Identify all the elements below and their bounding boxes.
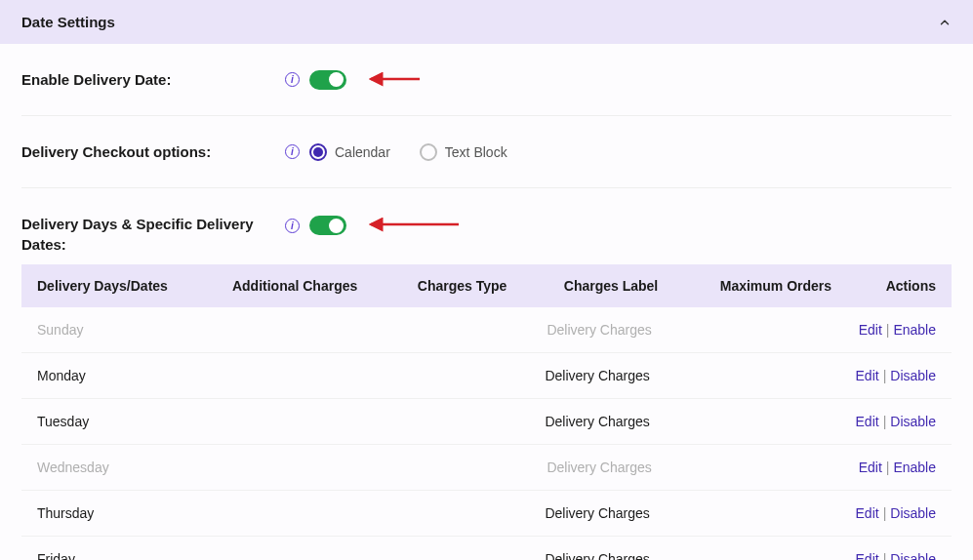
cell-type <box>404 414 546 429</box>
separator: | <box>883 414 887 429</box>
cell-max <box>696 414 856 429</box>
cell-charges-label: Delivery Charges <box>547 322 698 338</box>
cell-actions: Edit|Disable <box>856 505 936 521</box>
cell-actions: Edit|Disable <box>856 551 936 560</box>
table-row: FridayDelivery ChargesEdit|Disable <box>21 537 952 560</box>
info-icon[interactable]: i <box>285 72 300 87</box>
col-actions: Actions <box>886 278 936 294</box>
col-additional: Additional Charges <box>232 278 418 294</box>
radio-circle-icon <box>420 143 437 161</box>
separator: | <box>886 460 890 475</box>
edit-link[interactable]: Edit <box>859 460 882 475</box>
toggle-link[interactable]: Enable <box>893 322 936 338</box>
radio-calendar[interactable]: Calendar <box>309 143 390 161</box>
cell-additional <box>225 322 405 338</box>
setting-checkout-options: Delivery Checkout options: i Calendar Te… <box>21 116 952 188</box>
separator: | <box>883 505 887 521</box>
separator: | <box>883 551 887 560</box>
toggle-link[interactable]: Disable <box>890 505 936 521</box>
cell-charges-label: Delivery Charges <box>545 551 695 560</box>
cell-type <box>405 322 547 338</box>
cell-additional <box>225 505 404 521</box>
table-row: SundayDelivery ChargesEdit|Enable <box>21 307 952 353</box>
panel-header[interactable]: Date Settings <box>0 0 973 44</box>
cell-additional <box>225 414 404 429</box>
edit-link[interactable]: Edit <box>856 368 879 383</box>
info-icon[interactable]: i <box>285 219 300 233</box>
radio-textblock[interactable]: Text Block <box>420 143 507 161</box>
checkout-options-label: Delivery Checkout options: <box>21 141 285 162</box>
edit-link[interactable]: Edit <box>856 505 879 521</box>
cell-additional <box>225 368 404 383</box>
cell-max <box>696 368 856 383</box>
cell-day: Thursday <box>37 505 225 521</box>
toggle-link[interactable]: Disable <box>890 368 936 383</box>
radio-calendar-label: Calendar <box>335 144 390 160</box>
delivery-days-table: Delivery Days/Dates Additional Charges C… <box>21 264 952 560</box>
chevron-up-icon[interactable] <box>938 16 952 29</box>
table-row: TuesdayDelivery ChargesEdit|Disable <box>21 399 952 445</box>
cell-max <box>696 551 856 560</box>
separator: | <box>883 368 887 383</box>
delivery-days-toggle[interactable] <box>309 216 346 235</box>
setting-delivery-days: Delivery Days & Specific Delivery Dates:… <box>21 188 952 262</box>
radio-textblock-label: Text Block <box>445 144 507 160</box>
toggle-link[interactable]: Enable <box>893 460 936 475</box>
cell-actions: Edit|Disable <box>856 368 936 383</box>
table-row: ThursdayDelivery ChargesEdit|Disable <box>21 491 952 537</box>
cell-actions: Edit|Enable <box>859 460 936 475</box>
cell-max <box>698 460 858 475</box>
cell-day: Friday <box>37 551 225 560</box>
cell-type <box>404 368 546 383</box>
info-icon[interactable]: i <box>285 144 300 159</box>
table-row: WednesdayDelivery ChargesEdit|Enable <box>21 445 952 491</box>
cell-charges-label: Delivery Charges <box>547 460 698 475</box>
setting-enable-delivery-date: Enable Delivery Date: i <box>21 44 952 116</box>
col-max: Maximum Orders <box>720 278 886 294</box>
cell-day: Wednesday <box>37 460 225 475</box>
cell-actions: Edit|Enable <box>859 322 936 338</box>
toggle-link[interactable]: Disable <box>890 414 936 429</box>
delivery-days-label: Delivery Days & Specific Delivery Dates: <box>21 214 285 255</box>
table-row: MondayDelivery ChargesEdit|Disable <box>21 353 952 399</box>
cell-charges-label: Delivery Charges <box>545 368 695 383</box>
enable-delivery-label: Enable Delivery Date: <box>21 69 285 90</box>
cell-charges-label: Delivery Charges <box>545 414 695 429</box>
cell-day: Monday <box>37 368 225 383</box>
annotation-arrow-icon <box>366 72 425 88</box>
panel-title: Date Settings <box>21 14 115 30</box>
radio-circle-icon <box>309 143 327 161</box>
cell-additional <box>225 551 404 560</box>
toggle-link[interactable]: Disable <box>890 551 936 560</box>
cell-day: Tuesday <box>37 414 225 429</box>
cell-type <box>405 460 547 475</box>
edit-link[interactable]: Edit <box>856 551 879 560</box>
cell-max <box>696 505 856 521</box>
col-days: Delivery Days/Dates <box>37 278 232 294</box>
cell-max <box>698 322 858 338</box>
cell-actions: Edit|Disable <box>856 414 936 429</box>
edit-link[interactable]: Edit <box>859 322 882 338</box>
separator: | <box>886 322 890 338</box>
table-head: Delivery Days/Dates Additional Charges C… <box>21 264 952 307</box>
enable-delivery-toggle[interactable] <box>309 70 346 90</box>
annotation-arrow-icon <box>366 218 464 233</box>
cell-charges-label: Delivery Charges <box>545 505 695 521</box>
col-label: Charges Label <box>564 278 720 294</box>
cell-day: Sunday <box>37 322 225 338</box>
cell-type <box>404 505 546 521</box>
cell-type <box>404 551 546 560</box>
edit-link[interactable]: Edit <box>856 414 879 429</box>
cell-additional <box>225 460 405 475</box>
col-type: Charges Type <box>418 278 564 294</box>
